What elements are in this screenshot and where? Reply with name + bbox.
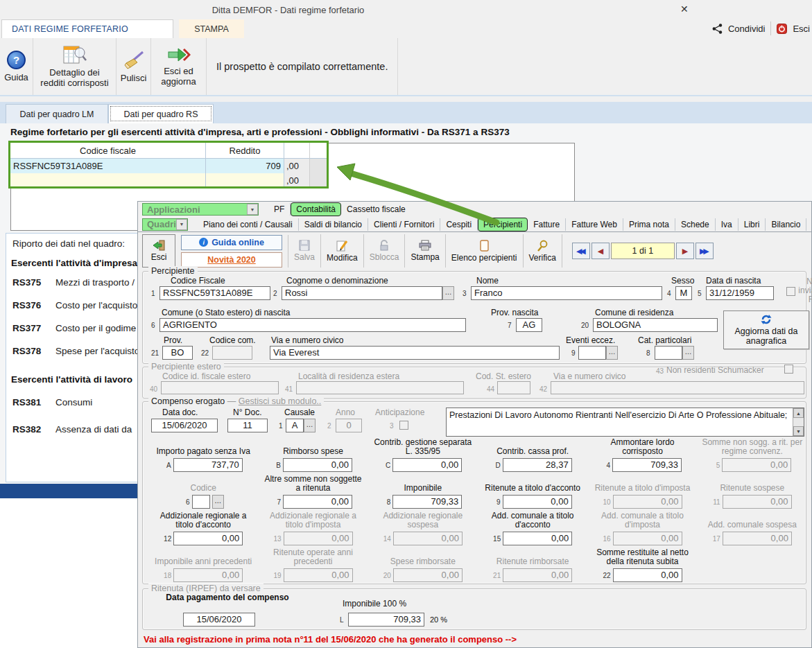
amount-field[interactable]: 0,00 — [503, 568, 572, 582]
tab-stampa[interactable]: STAMPA — [179, 19, 244, 38]
quadri-select[interactable]: Quadri ▼ — [142, 218, 188, 231]
amount-field[interactable]: 0,00 — [723, 532, 792, 545]
causale-lookup-button[interactable]: … — [304, 419, 316, 432]
comune-nascita-field[interactable]: AGRIGENTO — [159, 318, 466, 332]
amount-field[interactable]: 0,00 — [613, 495, 682, 509]
amount-field[interactable]: 0,00 — [283, 458, 352, 472]
next-record-button[interactable]: ▶ — [676, 243, 694, 259]
chevron-down-icon[interactable]: ▼ — [247, 204, 258, 215]
anticipazione-checkbox[interactable] — [399, 421, 408, 430]
gestisci-sub-modulo-link[interactable]: Gestisci sub modulo.. — [239, 396, 322, 406]
tab-quadro-rs[interactable]: Dati per quadro RS — [108, 104, 214, 123]
amount-field[interactable]: 0,00 — [503, 532, 572, 545]
amount-field[interactable]: 0,00 — [393, 532, 463, 545]
amount-field[interactable]: 0,00 — [723, 495, 792, 509]
cell-reddito[interactable]: 709 — [206, 159, 284, 173]
last-record-button[interactable]: ▶▶ — [696, 243, 714, 259]
sblocca-button[interactable]: Sblocca — [364, 234, 406, 268]
causale-field[interactable]: A — [286, 419, 304, 432]
quadri-tab[interactable]: Cespiti — [440, 218, 478, 231]
data-nascita-field[interactable]: 31/12/1959 — [706, 286, 774, 300]
pulisci-button[interactable]: Pulisci — [116, 38, 151, 95]
quadri-tab[interactable]: Schede — [675, 218, 716, 231]
prev-record-button[interactable]: ◀ — [591, 243, 610, 259]
cat-particolari-field[interactable] — [655, 346, 682, 360]
chevron-down-icon[interactable]: ▼ — [176, 219, 187, 230]
anno-field[interactable]: 0 — [336, 419, 362, 432]
amount-field[interactable]: 737,70 — [173, 458, 243, 472]
data-pagamento-field[interactable]: 15/06/2020 — [183, 613, 255, 627]
lookup-button[interactable]: … — [212, 495, 224, 509]
amount-field[interactable] — [192, 495, 210, 509]
quadri-tab[interactable]: Saldi di bilancio — [299, 218, 368, 231]
quadri-tab[interactable]: Controlli — [806, 218, 812, 231]
data-doc-field[interactable]: 15/06/2020 — [151, 419, 218, 432]
quadri-tab[interactable]: Piano dei conti / Causali — [198, 218, 299, 231]
amount-field[interactable]: 0,00 — [613, 532, 682, 545]
amount-field[interactable]: 0,00 — [392, 458, 462, 472]
codice-estero-field[interactable] — [161, 381, 279, 394]
aggiorna-anagrafica-button[interactable]: Aggiorna dati da anagrafica — [723, 310, 809, 349]
codice-fiscale-field[interactable]: RSSFNC59T31A089E — [159, 286, 270, 300]
first-record-button[interactable]: ◀◀ — [572, 243, 590, 259]
cod-stato-estero-field[interactable] — [497, 381, 530, 394]
exit-button[interactable]: Esci — [793, 24, 810, 34]
descrizione-box[interactable]: Prestazioni Di Lavoro Autonomo Rientrant… — [446, 408, 804, 437]
prima-nota-link[interactable]: Vai alla registrazione in prima nota n°1… — [144, 634, 517, 645]
tab-quadro-lm[interactable]: Dati per quadro LM — [6, 104, 108, 123]
app-tab[interactable]: PF — [268, 203, 291, 216]
esci-button[interactable]: Esci — [142, 234, 175, 268]
novita-2020-button[interactable]: Novità 2020 — [181, 252, 282, 268]
stampa-button[interactable]: Stampa — [405, 234, 445, 268]
close-icon[interactable]: ✕ — [680, 3, 689, 15]
eventi-eccez-field[interactable] — [578, 346, 606, 360]
quadri-tab[interactable]: Libri — [738, 218, 766, 231]
prov-nascita-field[interactable]: AG — [516, 318, 542, 332]
comune-residenza-field[interactable]: BOLOGNA — [593, 318, 718, 332]
localita-estera-field[interactable] — [296, 381, 464, 394]
via-field[interactable]: Via Everest — [270, 346, 560, 360]
amount-field[interactable]: 0,00 — [613, 568, 682, 582]
applicazioni-select[interactable]: Applicazioni ▼ — [142, 203, 259, 216]
cognome-field[interactable]: Rossi — [282, 286, 442, 300]
quadri-tab[interactable]: Clienti / Fornitori — [368, 218, 440, 231]
esci-aggiorna-button[interactable]: Esci ed aggiorna — [151, 38, 207, 95]
amount-field[interactable]: 0,00 — [722, 458, 791, 472]
quadri-tab[interactable]: Percipienti — [478, 218, 528, 231]
sesso-field[interactable]: M — [675, 286, 692, 300]
share-button[interactable]: Condividi — [728, 24, 765, 34]
amount-field[interactable]: 0,00 — [393, 568, 463, 582]
quadri-tab[interactable]: Iva — [716, 218, 738, 231]
scrollbar[interactable]: ▲ ▼ — [793, 408, 804, 436]
quadri-tab[interactable]: Bilancio — [766, 218, 806, 231]
table-row[interactable]: RSSFNC59T31A089E 709 ,00 — [10, 159, 327, 173]
amount-field[interactable]: 0,00 — [173, 532, 243, 545]
cognome-lookup-button[interactable]: … — [442, 286, 454, 300]
amount-field[interactable]: 0,00 — [173, 568, 243, 582]
app-tab[interactable]: Cassetto fiscale — [341, 203, 411, 216]
quadri-tab[interactable]: Fatture — [528, 218, 566, 231]
amount-field[interactable]: 709,33 — [392, 495, 462, 509]
guida-online-button[interactable]: i Guida online — [181, 235, 282, 250]
codice-com-field[interactable] — [212, 346, 252, 360]
modifica-button[interactable]: Modifica — [321, 234, 364, 268]
quadri-tab[interactable]: Prima nota — [623, 218, 675, 231]
scroll-up-icon[interactable]: ▲ — [793, 408, 804, 418]
tab-dati-regime-forfetario[interactable]: DATI REGIME FORFETARIO — [1, 19, 173, 38]
via-estera-field[interactable] — [551, 381, 804, 394]
dettaglio-redditi-button[interactable]: Dettaglio dei redditi corrisposti — [33, 38, 116, 95]
cell-reddito[interactable] — [206, 173, 284, 188]
app-tab[interactable]: Contabilità — [291, 202, 341, 216]
prov-field[interactable]: BO — [162, 346, 193, 360]
elenco-percipienti-button[interactable]: Elenco percipienti — [446, 234, 524, 268]
guida-button[interactable]: ? Guida — [0, 38, 33, 95]
schumacker-checkbox[interactable] — [784, 365, 793, 374]
imponibile-100-field[interactable]: 709,33 — [348, 613, 424, 627]
amount-field[interactable]: 0,00 — [503, 495, 572, 509]
cell-codice-fiscale[interactable]: RSSFNC59T31A089E — [10, 159, 206, 173]
amount-field[interactable]: 0,00 — [284, 568, 353, 582]
nome-field[interactable]: Franco — [471, 286, 662, 300]
non-inviare-checkbox[interactable] — [786, 287, 795, 296]
amount-field[interactable]: 0,00 — [283, 495, 352, 509]
n-doc-field[interactable]: 11 — [227, 419, 268, 432]
